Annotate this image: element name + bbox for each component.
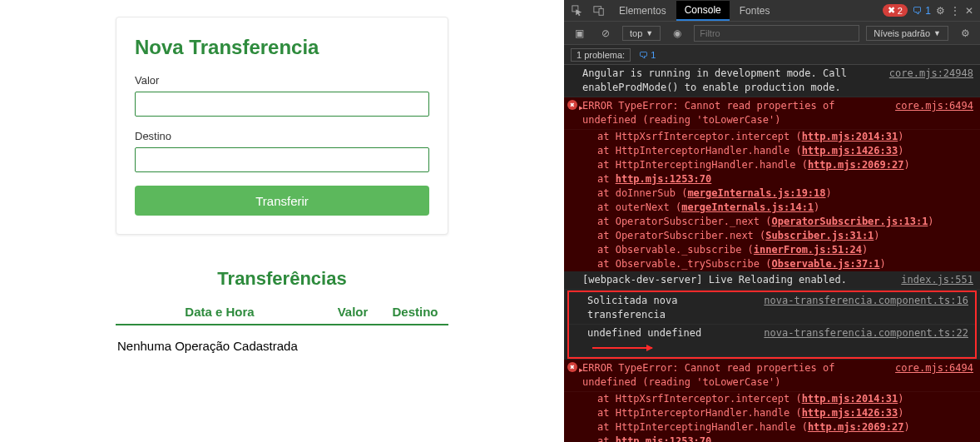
levels-dropdown[interactable]: Níveis padrão▼ <box>866 26 948 41</box>
x-icon: ✖ <box>888 5 895 16</box>
console-log-row: Solicitada nova transferencianova-transf… <box>569 292 975 325</box>
eye-icon[interactable]: ◉ <box>667 23 687 43</box>
info-badge[interactable]: 🗨 1 <box>913 5 931 17</box>
stack-source-link[interactable]: http.mjs:1426:33 <box>802 145 898 156</box>
devtools-tabstrip: Elementos Console Fontes ✖2 🗨 1 ⚙ ⋮ ✕ <box>564 0 980 22</box>
console-sidebar-toggle-icon[interactable]: ▣ <box>569 23 589 43</box>
chevron-down-icon: ▼ <box>646 29 653 37</box>
stack-frame: at HttpInterceptingHandler.handle (http.… <box>564 158 980 172</box>
stack-frame: at OperatorSubscriber.next (Subscriber.j… <box>564 229 980 243</box>
console-error-row: ✖▶ERROR TypeError: Cannot read propertie… <box>564 97 980 130</box>
stack-frame: at HttpInterceptorHandler.handle (http.m… <box>564 406 980 420</box>
inspect-icon[interactable] <box>567 1 587 21</box>
arrow-annotation <box>592 347 652 349</box>
log-message: Angular is running in development mode. … <box>582 67 879 95</box>
destino-input[interactable] <box>135 147 429 172</box>
log-source-link[interactable]: index.js:551 <box>901 273 973 287</box>
close-icon[interactable]: ✕ <box>965 5 973 17</box>
console-body[interactable]: Angular is running in development mode. … <box>564 65 980 442</box>
empty-list-message: Nenhuma Operação Cadastrada <box>116 325 448 360</box>
devtools-pane: Elementos Console Fontes ✖2 🗨 1 ⚙ ⋮ ✕ ▣ … <box>564 0 980 442</box>
log-source-link[interactable]: nova-transferencia.component.ts:16 <box>764 294 968 322</box>
error-icon: ✖ <box>567 100 577 110</box>
form-title: Nova Transferencia <box>135 36 429 59</box>
filter-input[interactable] <box>694 25 859 42</box>
chevron-down-icon: ▼ <box>933 29 941 37</box>
stack-source-link[interactable]: http.mjs:2069:27 <box>808 421 904 433</box>
valor-input[interactable] <box>135 92 429 117</box>
gear-icon[interactable]: ⚙ <box>955 23 975 43</box>
stack-source-link[interactable]: Observable.js:37:1 <box>772 258 880 270</box>
log-message: Solicitada nova transferencia <box>587 294 754 322</box>
console-toolbar: ▣ ⊘ top▼ ◉ Níveis padrão▼ ⚙ <box>564 22 980 45</box>
transfer-form-card: Nova Transferencia Valor Destino Transfe… <box>116 17 448 235</box>
problems-count: 🗨 1 <box>639 50 656 60</box>
stack-source-link[interactable]: OperatorSubscriber.js:13:1 <box>772 216 928 227</box>
stack-frame: at HttpInterceptingHandler.handle (http.… <box>564 420 980 435</box>
tab-sources[interactable]: Fontes <box>731 2 779 20</box>
tab-console[interactable]: Console <box>676 1 730 21</box>
device-toggle-icon[interactable] <box>589 1 609 21</box>
list-title: Transferências <box>116 268 448 290</box>
app-pane: Nova Transferencia Valor Destino Transfe… <box>0 0 564 442</box>
log-message: ERROR TypeError: Cannot read properties … <box>582 99 885 127</box>
context-dropdown[interactable]: top▼ <box>622 26 661 41</box>
stack-frame: at outerNext (mergeInternals.js:14:1) <box>564 201 980 215</box>
transfer-list-section: Transferências Data e Hora Valor Destino… <box>116 268 448 360</box>
stack-frame: at OperatorSubscriber._next (OperatorSub… <box>564 215 980 229</box>
transfer-button[interactable]: Transferir <box>135 186 429 216</box>
log-source-link[interactable]: nova-transferencia.component.ts:22 <box>764 326 968 355</box>
stack-frame: at Observable._subscribe (innerFrom.js:5… <box>564 243 980 257</box>
stack-source-link[interactable]: http.mjs:2014:31 <box>802 393 898 405</box>
clear-console-icon[interactable]: ⊘ <box>596 23 616 43</box>
stack-frame: at Observable._trySubscribe (Observable.… <box>564 257 980 271</box>
error-count-badge[interactable]: ✖2 <box>883 4 908 17</box>
tab-elements[interactable]: Elementos <box>611 2 675 20</box>
log-source-link[interactable]: core.mjs:6494 <box>895 99 973 127</box>
stack-frame: at HttpXsrfInterceptor.intercept (http.m… <box>564 130 980 144</box>
log-source-link[interactable]: core.mjs:24948 <box>889 67 973 95</box>
stack-source-link[interactable]: http.mjs:1426:33 <box>802 407 898 419</box>
log-message: ERROR TypeError: Cannot read properties … <box>582 361 885 390</box>
problems-label: 1 problema: <box>571 48 631 62</box>
stack-frame: at doInnerSub (mergeInternals.js:19:18) <box>564 186 980 201</box>
log-message: undefined undefined <box>587 326 754 355</box>
col-valor: Valor <box>324 305 382 319</box>
console-log-row: [webpack-dev-server] Live Reloading enab… <box>564 271 980 290</box>
more-icon[interactable]: ⋮ <box>950 5 960 17</box>
expand-icon[interactable]: ▶ <box>579 363 583 377</box>
error-icon: ✖ <box>567 362 577 372</box>
stack-source-link[interactable]: http.mjs:2014:31 <box>802 131 898 142</box>
log-source-link[interactable]: core.mjs:6494 <box>895 361 973 390</box>
log-message: [webpack-dev-server] Live Reloading enab… <box>582 273 847 287</box>
stack-source-link[interactable]: http.mjs:1253:70 <box>616 173 712 185</box>
highlighted-logs: Solicitada nova transferencianova-transf… <box>567 291 977 359</box>
stack-source-link[interactable]: mergeInternals.js:19:18 <box>687 187 825 199</box>
svg-rect-2 <box>599 8 603 15</box>
problems-bar[interactable]: 1 problema: 🗨 1 <box>564 45 980 65</box>
table-header: Data e Hora Valor Destino <box>116 305 448 325</box>
console-log-row: undefined undefinednova-transferencia.co… <box>569 325 975 357</box>
stack-source-link[interactable]: http.mjs:2069:27 <box>808 159 904 171</box>
expand-icon[interactable]: ▶ <box>579 101 583 115</box>
stack-frame: at http.mjs:1253:70 <box>564 435 980 442</box>
gear-icon[interactable]: ⚙ <box>936 5 945 17</box>
destino-label: Destino <box>135 130 429 142</box>
console-error-row: ✖▶ERROR TypeError: Cannot read propertie… <box>564 360 980 392</box>
stack-frame: at http.mjs:1253:70 <box>564 172 980 186</box>
console-log-row: Angular is running in development mode. … <box>564 65 980 97</box>
stack-frame: at HttpInterceptorHandler.handle (http.m… <box>564 144 980 158</box>
col-destino: Destino <box>382 305 448 319</box>
stack-source-link[interactable]: Subscriber.js:31:1 <box>765 230 874 241</box>
stack-source-link[interactable]: mergeInternals.js:14:1 <box>681 201 814 213</box>
stack-source-link[interactable]: innerFrom.js:51:24 <box>754 244 862 256</box>
stack-source-link[interactable]: http.mjs:1253:70 <box>616 435 712 442</box>
valor-label: Valor <box>135 74 429 87</box>
col-data-hora: Data e Hora <box>116 305 324 319</box>
stack-frame: at HttpXsrfInterceptor.intercept (http.m… <box>564 392 980 406</box>
